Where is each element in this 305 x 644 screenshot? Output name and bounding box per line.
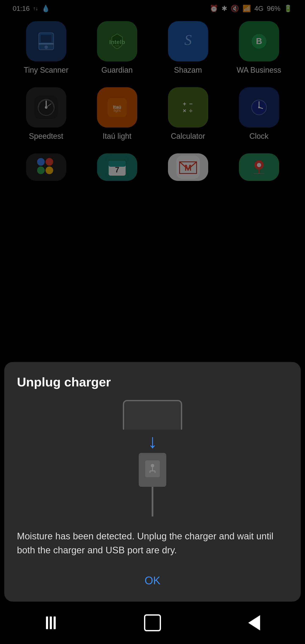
dialog-title: Unplug charger	[17, 375, 111, 389]
navigation-bar	[0, 602, 305, 644]
phone-port-icon	[123, 400, 182, 430]
home-icon	[144, 614, 161, 631]
home-button[interactable]	[140, 614, 165, 631]
recents-icon	[46, 616, 56, 629]
dialog-ok-button[interactable]: OK	[132, 570, 173, 591]
recents-button[interactable]	[38, 614, 64, 631]
usb-plug-icon	[139, 453, 166, 487]
usb-cable-icon	[152, 487, 153, 516]
back-button[interactable]	[242, 614, 267, 631]
down-arrow-icon: ↓	[148, 432, 157, 451]
usb-connector-icon	[139, 453, 166, 516]
unplug-charger-dialog: Unplug charger ↓ Moisture has been detec…	[4, 362, 301, 602]
dialog-message: Moisture has been detected. Unplug the c…	[17, 529, 288, 557]
back-icon	[248, 615, 260, 630]
charger-illustration: ↓	[123, 400, 182, 516]
svg-point-46	[151, 464, 154, 467]
